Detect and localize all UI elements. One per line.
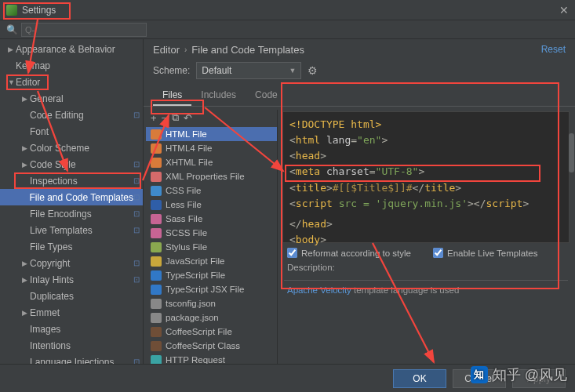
modified-dot-icon: ⊡ [133, 259, 140, 267]
tree-arrow-icon: ▶ [22, 144, 30, 152]
scheme-value: Default [202, 65, 231, 76]
file-icon [151, 256, 162, 267]
reset-link[interactable]: Reset [541, 44, 566, 55]
live-templates-checkbox[interactable]: Enable Live Templates [433, 248, 538, 258]
sidebar-item-general[interactable]: ▶General [0, 90, 143, 107]
breadcrumb-current: File and Code Templates [191, 44, 304, 56]
modified-dot-icon: ⊡ [133, 111, 140, 119]
template-javascript-file[interactable]: JavaScript File [146, 254, 277, 268]
file-icon [151, 299, 162, 309]
ok-button[interactable]: OK [393, 369, 446, 388]
sidebar-item-code-style[interactable]: ▶Code Style⊡ [0, 156, 143, 172]
template-package-json[interactable]: package.json [146, 310, 277, 325]
add-button[interactable]: + [151, 112, 157, 124]
remove-button[interactable]: − [162, 112, 168, 124]
sidebar-item-code-editing[interactable]: Code Editing⊡ [0, 107, 143, 123]
app-icon [6, 5, 17, 16]
sidebar-item-keymap[interactable]: Keymap [0, 57, 143, 74]
gear-icon[interactable]: ⚙ [308, 64, 318, 77]
file-icon [151, 186, 162, 196]
sidebar-item-images[interactable]: Images [0, 321, 143, 337]
sidebar-item-language-injections[interactable]: Language Injections⊡ [0, 354, 143, 364]
breadcrumb: Editor › File and Code Templates Reset [144, 39, 575, 60]
footnote: Apache Velocity template language is use… [282, 284, 570, 296]
scheme-select[interactable]: Default ▼ [196, 62, 301, 79]
sidebar-item-inspections[interactable]: Inspections⊡ [0, 172, 143, 189]
template-less-file[interactable]: Less File [146, 198, 277, 212]
template-coffeescript-class[interactable]: CoffeeScript Class [146, 339, 277, 353]
scrollbar-thumb[interactable] [569, 133, 574, 172]
sidebar-item-emmet[interactable]: ▶Emmet [0, 304, 143, 321]
tree-arrow-icon: ▶ [22, 276, 30, 284]
tab-code[interactable]: Code [246, 86, 287, 106]
file-icon [151, 172, 162, 182]
tab-includes[interactable]: Includes [191, 86, 246, 106]
zhihu-icon: 知 [471, 366, 488, 383]
watermark: 知 知乎 @风见 [471, 365, 567, 384]
rollback-button[interactable]: ↶ [184, 112, 192, 124]
template-stylus-file[interactable]: Stylus File [146, 240, 277, 254]
template-coffeescript-file[interactable]: CoffeeScript File [146, 325, 277, 339]
file-icon [151, 355, 162, 365]
scheme-label: Scheme: [153, 65, 190, 76]
template-xml-properties-file[interactable]: XML Properties File [146, 169, 277, 183]
chevron-right-icon: › [184, 45, 187, 54]
search-input[interactable] [21, 23, 147, 37]
search-icon: 🔍 [6, 24, 18, 35]
sidebar-item-copyright[interactable]: ▶Copyright⊡ [0, 255, 143, 271]
window-title: Settings [22, 5, 56, 16]
tab-files[interactable]: Files [153, 86, 191, 106]
template-html-file[interactable]: HTML File [146, 127, 277, 141]
chevron-down-icon: ▼ [289, 67, 296, 74]
sidebar-item-inlay-hints[interactable]: ▶Inlay Hints⊡ [0, 271, 143, 288]
modified-dot-icon: ⊡ [133, 226, 140, 234]
divider [284, 280, 568, 281]
modified-dot-icon: ⊡ [133, 160, 140, 169]
modified-dot-icon: ⊡ [133, 193, 140, 201]
template-css-file[interactable]: CSS File [146, 183, 277, 198]
file-icon [151, 158, 162, 168]
apache-velocity-link[interactable]: Apache Velocity [287, 285, 351, 295]
tree-arrow-icon: ▼ [8, 78, 16, 86]
template-typescript-file[interactable]: TypeScript File [146, 268, 277, 282]
sidebar-item-editor[interactable]: ▼Editor [0, 74, 143, 90]
template-sass-file[interactable]: Sass File [146, 212, 277, 226]
sidebar-item-appearance-behavior[interactable]: ▶Appearance & Behavior [0, 41, 143, 57]
template-http-request[interactable]: HTTP Request [146, 353, 277, 364]
sidebar-item-intentions[interactable]: Intentions [0, 337, 143, 354]
sidebar-item-file-types[interactable]: File Types [0, 238, 143, 255]
template-typescript-jsx-file[interactable]: TypeScript JSX File [146, 282, 277, 296]
modified-dot-icon: ⊡ [133, 358, 140, 364]
modified-dot-icon: ⊡ [133, 209, 140, 218]
file-icon [151, 341, 162, 351]
tree-arrow-icon: ▶ [22, 260, 30, 267]
description-label: Description: [282, 260, 570, 275]
template-html4-file[interactable]: HTML4 File [146, 141, 277, 155]
sidebar-item-file-and-code-templates[interactable]: File and Code Templates⊡ [0, 189, 143, 205]
tree-arrow-icon: ▶ [22, 95, 30, 103]
tree-arrow-icon: ▶ [8, 45, 16, 53]
template-tsconfig-json[interactable]: tsconfig.json [146, 296, 277, 310]
file-icon [151, 270, 162, 281]
tree-arrow-icon: ▶ [22, 161, 30, 169]
file-icon [151, 200, 162, 210]
settings-tree: ▶Appearance & BehaviorKeymap▼Editor▶Gene… [0, 39, 144, 364]
file-icon [151, 129, 162, 140]
sidebar-item-color-scheme[interactable]: ▶Color Scheme [0, 140, 143, 156]
tree-arrow-icon: ▶ [22, 309, 30, 317]
sidebar-item-live-templates[interactable]: Live Templates⊡ [0, 222, 143, 238]
close-icon[interactable]: ✕ [559, 4, 569, 16]
file-icon [151, 242, 162, 252]
template-scss-file[interactable]: SCSS File [146, 226, 277, 240]
copy-button[interactable]: ⧉ [172, 111, 179, 124]
file-icon [151, 313, 162, 323]
sidebar-item-duplicates[interactable]: Duplicates [0, 288, 143, 304]
file-icon [151, 228, 162, 238]
sidebar-item-font[interactable]: Font [0, 123, 143, 140]
reformat-checkbox[interactable]: Reformat according to style [287, 248, 411, 258]
sidebar-item-file-encodings[interactable]: File Encodings⊡ [0, 205, 143, 222]
modified-dot-icon: ⊡ [133, 275, 140, 284]
breadcrumb-editor[interactable]: Editor [153, 44, 180, 56]
template-code-editor[interactable]: <!DOCTYPE html> <html lang="en"> <head> … [282, 111, 570, 243]
template-xhtml-file[interactable]: XHTML File [146, 155, 277, 169]
